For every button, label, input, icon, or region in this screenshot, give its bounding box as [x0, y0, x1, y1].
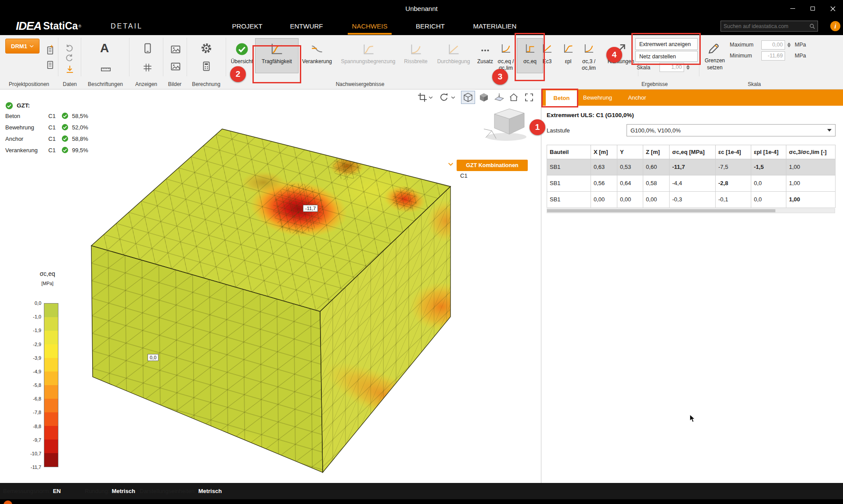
section-plane-icon[interactable] — [494, 92, 504, 103]
picture-gallery-icon[interactable] — [170, 61, 181, 71]
tab-bewehrung[interactable]: Bewehrung — [580, 89, 615, 106]
epl-button[interactable]: εpl — [560, 58, 576, 65]
bottom-strip — [0, 499, 843, 504]
undo-icon — [65, 43, 74, 52]
menu-tab-projekt[interactable]: PROJEKT — [232, 17, 262, 35]
load-stage-dropdown[interactable]: G100,0%, V100,0% — [627, 124, 836, 136]
check-circle-icon — [5, 102, 13, 110]
minimum-label: Minimum — [730, 53, 752, 59]
maximum-stepper[interactable] — [786, 40, 792, 50]
picture-icon[interactable] — [170, 44, 181, 54]
result-cell: -11,7 — [670, 159, 716, 175]
status-display-units: Darstellungseinheiten:Metrisch — [140, 483, 222, 499]
scrollbar-thumb[interactable] — [547, 209, 775, 212]
result-cell: 0,53 — [617, 159, 643, 175]
pencil-icon[interactable] — [707, 42, 720, 55]
zoom-extents-icon[interactable] — [524, 93, 534, 102]
combination-group-label: GZT Kombinationen — [466, 162, 518, 168]
legend-color-segment — [44, 372, 58, 385]
maximize-icon — [811, 7, 815, 11]
rotate-view-icon[interactable] — [439, 93, 449, 102]
table-header-row: BauteilX [m]YZ [m]σc,eq [MPa]εc [1e-4]εp… — [547, 145, 836, 159]
import-data-icon[interactable] — [65, 64, 75, 74]
search-input[interactable] — [721, 23, 809, 29]
menu-tab-nachweis[interactable]: NACHWEIS — [352, 17, 388, 35]
tab-anchor[interactable]: Anchor — [622, 89, 652, 106]
result-cell: 0,00 — [643, 192, 670, 208]
maximize-button[interactable] — [803, 0, 823, 17]
epl-chart-icon[interactable] — [562, 43, 574, 54]
legend-tick-label: -3,9 — [21, 355, 41, 361]
ec3-button[interactable]: Ec3 — [539, 58, 555, 65]
overview-check-icon[interactable] — [235, 43, 249, 56]
home-view-icon[interactable] — [509, 93, 519, 102]
dimension-icon[interactable] — [101, 64, 111, 75]
sigma3-lim-button-line1[interactable]: σc,3 / — [578, 58, 600, 65]
copy-position-icon[interactable] — [45, 60, 55, 70]
grid-icon[interactable] — [143, 63, 152, 72]
minimize-button[interactable] — [782, 0, 803, 17]
chevron-down-icon[interactable] — [451, 96, 455, 99]
result-cell: -4,4 — [670, 175, 716, 192]
sigma-eq-lim-button-line1[interactable]: σc,eq / — [494, 58, 517, 65]
chevron-down-icon[interactable] — [448, 162, 454, 166]
ribbon-separator — [226, 38, 226, 76]
info-icon[interactable]: i — [830, 21, 840, 31]
legend-tick-label: -1,0 — [21, 314, 41, 319]
skala-stepper[interactable] — [685, 63, 691, 72]
result-row[interactable]: SB10,630,530,60-11,7-7,5-1,51,00 — [547, 159, 836, 175]
crop-view-icon[interactable] — [418, 93, 427, 102]
result-cell: 0,64 — [617, 175, 643, 192]
result-row[interactable]: SB10,560,640,58-4,4-2,80,01,00 — [547, 175, 836, 192]
result-cell: 1,00 — [786, 175, 836, 192]
legend-tick-label: -8,8 — [21, 424, 41, 429]
status-value: Metrisch — [198, 483, 222, 499]
tab-beton[interactable]: Beton — [546, 90, 577, 106]
group-ergebnisse: Ergebnisse — [639, 81, 670, 87]
combination-item[interactable]: C1 — [460, 172, 468, 179]
summary-row-value: 99,5% — [72, 147, 88, 154]
search-box[interactable] — [721, 21, 818, 32]
chevron-down-icon[interactable] — [429, 96, 433, 99]
combination-group-button[interactable]: GZT Kombinationen — [457, 160, 528, 171]
gear-icon[interactable] — [201, 43, 212, 54]
more-dots-icon[interactable] — [480, 46, 490, 55]
result-cell: -7,5 — [716, 159, 751, 175]
navigation-cube[interactable] — [482, 105, 533, 143]
close-button[interactable] — [823, 0, 843, 17]
crack-width-icon — [409, 43, 422, 56]
anchorage-icon[interactable] — [310, 43, 324, 56]
display-icon[interactable] — [142, 42, 153, 54]
solid-cube-icon[interactable] — [479, 93, 489, 102]
calculation-icon[interactable] — [201, 61, 212, 71]
ec3-chart-icon[interactable] — [541, 43, 553, 54]
skala-field-input[interactable]: 1,00 — [659, 63, 684, 72]
legend-tick-label: -6,8 — [21, 396, 41, 401]
sigma3-ratio-chart-icon[interactable] — [583, 43, 594, 54]
summary-row-combo: C1 — [48, 124, 56, 131]
grenzen-setzen-button-line1[interactable]: Grenzen — [702, 57, 728, 64]
netz-darstellen-button[interactable]: Netz darstellen — [635, 51, 698, 62]
legend-color-bar — [44, 303, 58, 467]
minimum-input[interactable]: -11,69 — [761, 51, 785, 61]
close-icon — [830, 6, 836, 11]
status-rounding: Rundung:Metrisch — [85, 483, 135, 499]
project-item-dropdown[interactable]: DRM1 — [5, 39, 40, 54]
deflection-icon — [447, 43, 460, 56]
panel-divider — [541, 89, 541, 483]
maximum-input[interactable]: 0,00 — [761, 40, 785, 50]
extremwert-anzeigen-button[interactable]: Extremwert anzeigen — [635, 38, 698, 50]
summary-row-combo: C1 — [48, 113, 56, 119]
verankerung-button[interactable]: Verankerung — [300, 58, 334, 65]
menu-tab-entwurf[interactable]: ENTWURF — [290, 17, 323, 35]
summary-row-combo: C1 — [48, 136, 56, 142]
labels-icon[interactable]: A — [100, 41, 109, 55]
sigma-ratio-chart-icon[interactable] — [500, 43, 512, 54]
menu-tab-bericht[interactable]: BERICHT — [416, 17, 445, 35]
result-row[interactable]: SB10,000,000,00-0,3-0,10,01,00 — [547, 192, 836, 208]
status-label: Darstellungseinheiten: — [140, 483, 196, 499]
maximum-unit: MPa — [795, 42, 806, 48]
zusatz-button[interactable]: Zusatz — [475, 58, 495, 65]
column-header: σc,3/σc,lim [-] — [786, 145, 836, 159]
menu-tab-materialien[interactable]: MATERIALIEN — [473, 17, 517, 35]
